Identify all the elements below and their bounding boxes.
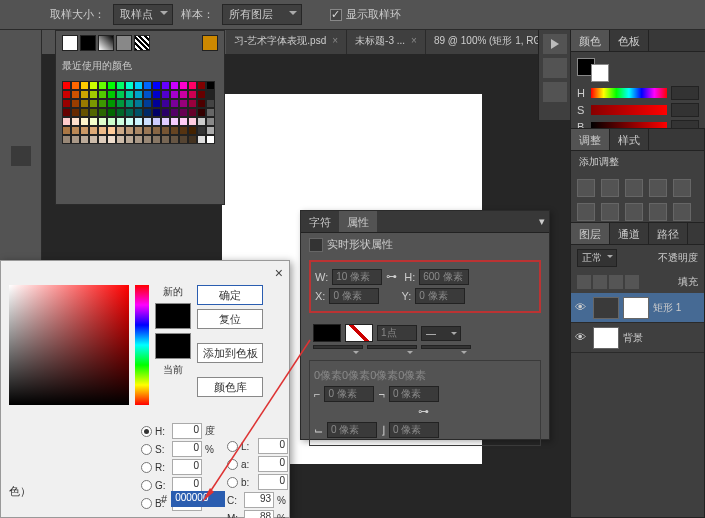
- swatch-cell[interactable]: [143, 117, 152, 126]
- fill-swatch[interactable]: [313, 324, 341, 342]
- stroke-style-combo[interactable]: —: [421, 326, 461, 341]
- swatch-cell[interactable]: [116, 135, 125, 144]
- brush-tool[interactable]: [11, 190, 31, 210]
- reset-button[interactable]: 复位: [197, 309, 263, 329]
- swatch-cell[interactable]: [107, 81, 116, 90]
- tab-1[interactable]: 未标题-3 ...: [347, 30, 426, 54]
- swatch-cell[interactable]: [116, 117, 125, 126]
- swatch-cell[interactable]: [125, 81, 134, 90]
- move-tool[interactable]: [11, 36, 31, 56]
- swatch-cell[interactable]: [161, 108, 170, 117]
- swatch-cell[interactable]: [89, 81, 98, 90]
- swatch-cell[interactable]: [71, 126, 80, 135]
- s-value[interactable]: [671, 103, 699, 117]
- swatch-cell[interactable]: [89, 108, 98, 117]
- swatch-cell[interactable]: [134, 117, 143, 126]
- swatch-cell[interactable]: [161, 81, 170, 90]
- w-input[interactable]: 10 像素: [332, 269, 382, 285]
- swatch-cell[interactable]: [80, 117, 89, 126]
- swatch-cell[interactable]: [98, 117, 107, 126]
- swatch-cell[interactable]: [89, 135, 98, 144]
- swatch-cell[interactable]: [197, 135, 206, 144]
- swatch-cell[interactable]: [170, 126, 179, 135]
- swatch-cell[interactable]: [197, 126, 206, 135]
- swatch-cell[interactable]: [80, 90, 89, 99]
- hue-slider[interactable]: [135, 285, 149, 405]
- swatch-cell[interactable]: [98, 90, 107, 99]
- swatch-cell[interactable]: [143, 108, 152, 117]
- c-input[interactable]: 93: [244, 492, 274, 508]
- swatch-cell[interactable]: [197, 90, 206, 99]
- tab-style[interactable]: 样式: [610, 129, 649, 150]
- bg-color-swatch[interactable]: [591, 64, 609, 82]
- swatch-cell[interactable]: [143, 126, 152, 135]
- align-combo[interactable]: [421, 345, 471, 349]
- y-input[interactable]: 0 像素: [415, 288, 465, 304]
- swatch-cell[interactable]: [197, 81, 206, 90]
- swatch-cell[interactable]: [188, 135, 197, 144]
- swatch-cell[interactable]: [206, 126, 215, 135]
- swatch-cell[interactable]: [107, 135, 116, 144]
- swatch-cell[interactable]: [89, 126, 98, 135]
- swatch-cell[interactable]: [62, 90, 71, 99]
- swatch-cell[interactable]: [152, 108, 161, 117]
- swatch-cell[interactable]: [152, 117, 161, 126]
- h-input[interactable]: 0: [172, 423, 202, 439]
- g-radio[interactable]: [141, 480, 152, 491]
- swatch-cell[interactable]: [62, 126, 71, 135]
- swatch-cell[interactable]: [152, 126, 161, 135]
- swatch-cell[interactable]: [170, 99, 179, 108]
- swatch-cell[interactable]: [98, 99, 107, 108]
- cap-combo[interactable]: [313, 345, 363, 349]
- tab-character[interactable]: 字符: [301, 211, 339, 232]
- swatch-cell[interactable]: [107, 117, 116, 126]
- tab-channels[interactable]: 通道: [610, 223, 649, 244]
- tab-properties[interactable]: 属性: [339, 211, 377, 232]
- l-input[interactable]: 0: [258, 438, 288, 454]
- swatch-cell[interactable]: [116, 81, 125, 90]
- swatch-cell[interactable]: [98, 108, 107, 117]
- bw-icon[interactable]: [625, 203, 643, 221]
- swatch-cell[interactable]: [179, 90, 188, 99]
- corner-tr-input[interactable]: 0 像素: [389, 386, 439, 402]
- curves-icon[interactable]: [625, 179, 643, 197]
- swatch-cell[interactable]: [80, 81, 89, 90]
- history-brush-tool[interactable]: [11, 234, 31, 254]
- a-radio[interactable]: [227, 459, 238, 470]
- swatch-cell[interactable]: [161, 126, 170, 135]
- swatch-cell[interactable]: [134, 81, 143, 90]
- x-input[interactable]: 0 像素: [329, 288, 379, 304]
- swatch-cell[interactable]: [62, 117, 71, 126]
- stroke-swatch[interactable]: [345, 324, 373, 342]
- swatch-cell[interactable]: [71, 135, 80, 144]
- swatch-cell[interactable]: [107, 90, 116, 99]
- swatch-cell[interactable]: [152, 90, 161, 99]
- swatch-cell[interactable]: [80, 108, 89, 117]
- swatch-cell[interactable]: [170, 135, 179, 144]
- corner-bl-input[interactable]: 0 像素: [327, 422, 377, 438]
- panel-menu-icon[interactable]: ▾: [535, 211, 549, 232]
- swatch-cell[interactable]: [134, 99, 143, 108]
- swatch-cell[interactable]: [107, 99, 116, 108]
- swatch-cell[interactable]: [125, 126, 134, 135]
- swatch-cell[interactable]: [152, 99, 161, 108]
- swatch-cell[interactable]: [71, 81, 80, 90]
- h-input[interactable]: 600 像素: [419, 269, 469, 285]
- h-radio[interactable]: [141, 426, 152, 437]
- swatch-cell[interactable]: [188, 90, 197, 99]
- swatch-cell[interactable]: [143, 135, 152, 144]
- swatch-cell[interactable]: [170, 108, 179, 117]
- swatch-cell[interactable]: [206, 81, 215, 90]
- swatch-cell[interactable]: [188, 126, 197, 135]
- swatch-cell[interactable]: [143, 90, 152, 99]
- show-sample-ring-checkbox[interactable]: 显示取样环: [330, 7, 401, 22]
- levels-icon[interactable]: [601, 179, 619, 197]
- tab-color[interactable]: 颜色: [571, 30, 610, 51]
- swatch-cell[interactable]: [116, 90, 125, 99]
- r-input[interactable]: 0: [172, 459, 202, 475]
- play-icon[interactable]: [543, 34, 567, 54]
- l-radio[interactable]: [227, 441, 238, 452]
- sample-target-combo[interactable]: 所有图层: [222, 4, 302, 25]
- tab-layers[interactable]: 图层: [571, 223, 610, 244]
- swatch-cell[interactable]: [125, 90, 134, 99]
